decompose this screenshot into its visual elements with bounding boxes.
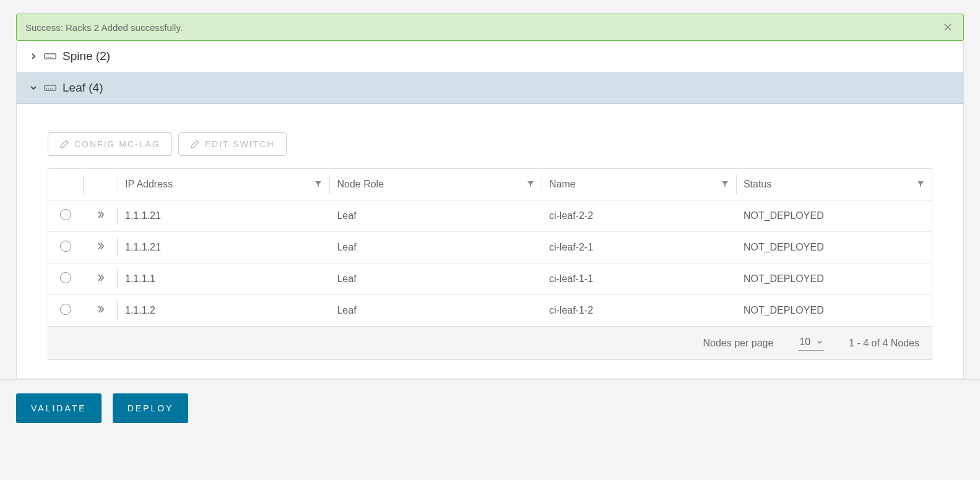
column-status-label: Status: [744, 179, 771, 190]
chevron-down-icon: [29, 84, 38, 92]
validate-label: VALIDATE: [31, 403, 87, 413]
row-expand-icon[interactable]: [95, 304, 105, 314]
filter-icon[interactable]: [527, 179, 534, 190]
validate-button[interactable]: VALIDATE: [16, 393, 102, 423]
column-name-label: Name: [549, 179, 576, 190]
action-bar: VALIDATE DEPLOY: [0, 379, 980, 437]
leaf-table: IP Address Node Role: [48, 168, 932, 360]
cell-name: ci-leaf-2-2: [542, 200, 736, 232]
per-page-label: Nodes per page: [703, 338, 774, 349]
svg-rect-2: [45, 54, 56, 59]
cell-ip: 1.1.1.21: [118, 200, 329, 232]
config-mc-lag-button[interactable]: CONFIG MC-LAG: [48, 132, 172, 156]
table-row: 1.1.1.2Leafci-leaf-1-2NOT_DEPLOYED: [48, 295, 932, 327]
edit-switch-button[interactable]: EDIT SWITCH: [178, 132, 287, 156]
pencil-icon: [190, 139, 200, 149]
accordion-label-leaf: Leaf (4): [63, 81, 103, 95]
deploy-button[interactable]: DEPLOY: [113, 393, 189, 423]
cell-name: ci-leaf-2-1: [542, 232, 736, 264]
column-expand: [83, 169, 118, 200]
row-select-radio[interactable]: [60, 241, 71, 252]
switch-icon: [44, 52, 56, 61]
column-role[interactable]: Node Role: [329, 169, 541, 200]
column-select: [48, 169, 83, 200]
cell-status: NOT_DEPLOYED: [736, 295, 932, 327]
svg-rect-7: [45, 85, 56, 90]
deploy-label: DEPLOY: [128, 403, 174, 413]
table-row: 1.1.1.21Leafci-leaf-2-2NOT_DEPLOYED: [48, 200, 932, 232]
row-select-radio[interactable]: [60, 304, 71, 315]
cell-name: ci-leaf-1-2: [542, 295, 736, 327]
filter-icon[interactable]: [314, 179, 322, 190]
filter-icon[interactable]: [917, 179, 924, 190]
svg-marker-14: [722, 181, 728, 187]
row-select-radio[interactable]: [60, 209, 71, 220]
filter-icon[interactable]: [721, 179, 729, 190]
config-mc-lag-label: CONFIG MC-LAG: [74, 139, 160, 149]
table-row: 1.1.1.21Leafci-leaf-2-1NOT_DEPLOYED: [48, 232, 932, 264]
success-alert-text: Success: Racks 2 Added successfully.: [25, 22, 183, 33]
row-expand-icon[interactable]: [95, 241, 105, 251]
column-role-label: Node Role: [337, 179, 384, 190]
row-expand-icon[interactable]: [95, 210, 105, 220]
cell-ip: 1.1.1.2: [118, 295, 329, 327]
per-page-value: 10: [799, 336, 810, 348]
svg-marker-12: [315, 181, 321, 187]
cell-role: Leaf: [329, 264, 541, 295]
cell-name: ci-leaf-1-1: [542, 264, 736, 295]
row-expand-icon[interactable]: [95, 273, 105, 283]
table-footer: Nodes per page 10 1 - 4 of 4 Nodes: [48, 326, 932, 359]
close-icon[interactable]: [941, 20, 955, 34]
cell-status: NOT_DEPLOYED: [736, 200, 932, 232]
cell-role: Leaf: [329, 232, 541, 264]
cell-role: Leaf: [329, 200, 541, 232]
accordion-header-leaf[interactable]: Leaf (4): [17, 72, 963, 104]
cell-role: Leaf: [329, 295, 541, 327]
leaf-toolbar: CONFIG MC-LAG EDIT SWITCH: [48, 132, 932, 156]
switch-icon: [44, 84, 56, 92]
column-name[interactable]: Name: [542, 169, 736, 200]
accordion-header-spine[interactable]: Spine (2): [17, 41, 963, 72]
cell-status: NOT_DEPLOYED: [736, 232, 932, 264]
pagination-range: 1 - 4 of 4 Nodes: [849, 338, 919, 349]
chevron-right-icon: [29, 52, 38, 61]
cell-ip: 1.1.1.1: [118, 264, 329, 295]
column-ip-label: IP Address: [125, 179, 173, 190]
cell-ip: 1.1.1.21: [118, 232, 329, 264]
edit-switch-label: EDIT SWITCH: [205, 139, 275, 149]
column-ip[interactable]: IP Address: [118, 169, 329, 200]
svg-marker-13: [527, 181, 534, 187]
cell-status: NOT_DEPLOYED: [736, 264, 932, 295]
table-header-row: IP Address Node Role: [48, 169, 932, 200]
column-status[interactable]: Status: [736, 169, 932, 200]
table-row: 1.1.1.1Leafci-leaf-1-1NOT_DEPLOYED: [48, 264, 932, 295]
per-page-select[interactable]: 10: [798, 335, 824, 351]
pencil-icon: [59, 139, 69, 149]
accordion-body-leaf: CONFIG MC-LAG EDIT SWITCH: [17, 104, 963, 379]
device-groups-panel: Spine (2) Leaf (4) CONFIG MC-LAG: [16, 41, 964, 379]
row-select-radio[interactable]: [60, 272, 71, 283]
success-alert: Success: Racks 2 Added successfully.: [16, 14, 964, 41]
svg-marker-15: [917, 181, 924, 187]
accordion-label-spine: Spine (2): [63, 49, 110, 63]
